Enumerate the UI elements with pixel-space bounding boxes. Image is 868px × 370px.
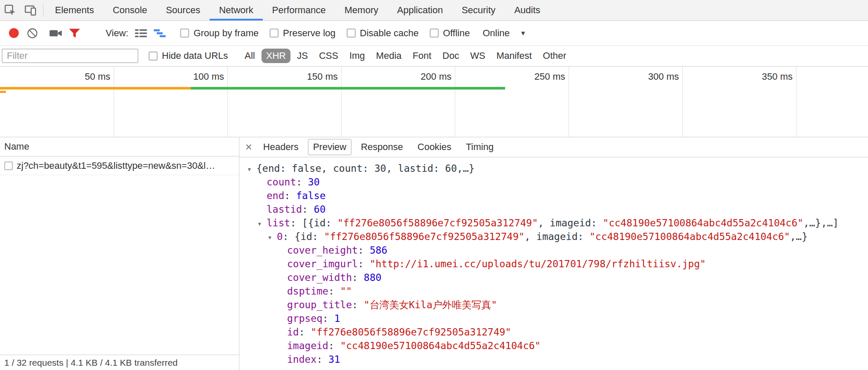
filter-type-manifest[interactable]: Manifest [491,49,536,63]
token-plain: : [328,340,340,351]
filter-type-img[interactable]: Img [345,49,370,63]
overview-toggle[interactable] [150,24,169,43]
tree-row[interactable]: grpseq: 1 [239,312,868,325]
device-toolbar-button[interactable] [20,0,41,20]
token-str: "" [340,286,352,297]
checkbox-group-by-frame[interactable]: Group by frame [180,28,259,39]
tree-row[interactable]: cover_height: 586 [239,243,868,257]
tree-row[interactable]: ▾list: [{id: "ff276e8056f58896e7cf92505a… [239,216,868,230]
detail-tab-cookies[interactable]: Cookies [412,139,456,155]
resource-type-filters: AllXHRJSCSSImgMediaFontDocWSManifestOthe… [239,49,572,63]
token-plain: : [322,313,334,324]
request-name: zj?ch=beauty&t1=595&listtype=new&sn=30&l… [17,160,215,171]
tab-security[interactable]: Security [452,0,505,20]
tab-network[interactable]: Network [210,0,263,20]
token-key: cover_imgurl [287,258,358,269]
token-num: 1 [334,313,340,324]
expand-arrow-icon[interactable]: ▾ [247,162,256,176]
token-str: "cc48190e57100864abc4d55a2c4104c6" [589,231,790,242]
timeline-overview[interactable]: 50 ms100 ms150 ms200 ms250 ms300 ms350 m… [0,66,868,137]
token-num: false [296,190,325,201]
network-toolbar: View: Group by framePreserve logDisable … [0,21,868,46]
checkbox-preserve-log[interactable]: Preserve log [270,28,336,39]
token-plain: : [352,299,364,310]
tree-row[interactable]: imageid: "cc48190e57100864abc4d55a2c4104… [239,339,868,353]
expand-arrow-icon[interactable]: ▾ [267,231,277,244]
token-key: cover_width [287,272,352,283]
summary-bar: 1 / 32 requests | 4.1 KB / 4.1 KB transf… [0,355,239,370]
hide-data-urls-checkbox[interactable]: Hide data URLs [149,50,228,61]
timeline-gridline [569,66,569,137]
tab-console[interactable]: Console [103,0,157,20]
request-row[interactable]: zj?ch=beauty&t1=595&listtype=new&sn=30&l… [0,156,239,175]
checkbox-box-icon [430,29,439,38]
filter-type-xhr[interactable]: XHR [262,49,290,63]
tree-row[interactable]: cover_imgurl: "http://i1.umei.cc/uploads… [239,257,868,271]
inspect-element-button[interactable] [0,0,20,20]
tree-row[interactable]: group_title: "台湾美女Kila户外唯美写真" [239,298,868,312]
token-key: lastid [267,204,302,215]
checkbox-label: Disable cache [360,28,419,39]
checkbox-label: Preserve log [283,28,336,39]
filter-type-ws[interactable]: WS [466,49,490,63]
token-key: group_title [287,299,352,310]
detail-tab-timing[interactable]: Timing [461,139,499,155]
tab-application[interactable]: Application [388,0,452,20]
large-rows-toggle[interactable] [132,24,150,43]
token-str: "http://i1.umei.cc/uploads/tu/201701/798… [370,258,706,269]
tab-elements[interactable]: Elements [46,0,103,20]
checkbox-box-icon [270,29,279,38]
timeline-label: 200 ms [421,66,451,87]
name-header-label: Name [4,141,29,152]
filter-type-doc[interactable]: Doc [438,49,464,63]
filter-type-media[interactable]: Media [371,49,406,63]
detail-tab-headers[interactable]: Headers [258,139,304,155]
name-column-header[interactable]: Name [0,137,239,156]
token-plain: ,…},…] [803,217,839,228]
devtools-window: ElementsConsoleSourcesNetworkPerformance… [0,0,868,370]
tree-row[interactable]: cover_width: 880 [239,271,868,284]
close-detail-button[interactable]: × [245,142,256,153]
record-button[interactable] [4,24,23,43]
screenshot-button[interactable] [46,24,65,43]
token-plain: : [352,272,364,283]
checkbox-box-icon [149,52,158,61]
checkbox-box-icon [347,29,356,38]
tab-performance[interactable]: Performance [263,0,335,20]
filter-type-font[interactable]: Font [408,49,436,63]
detail-tab-preview[interactable]: Preview [308,139,351,155]
tree-row[interactable]: ▾{end: false, count: 30, lastid: 60,…} [239,162,868,175]
filter-toggle-button[interactable] [65,24,84,43]
filter-type-other[interactable]: Other [538,49,571,63]
tree-row[interactable]: dsptime: "" [239,284,868,298]
tab-audits[interactable]: Audits [505,0,549,20]
token-plain: , imageid: [525,231,589,242]
token-plain: {end: false, count: 30, lastid: 60,…} [256,163,474,174]
timeline-label: 350 ms [762,66,793,87]
main-split: Name zj?ch=beauty&t1=595&listtype=new&sn… [0,137,868,370]
record-icon [9,28,19,38]
tree-row[interactable]: index: 31 [239,353,868,366]
throttling-select[interactable]: Online ▼ [483,28,526,39]
detail-tab-response[interactable]: Response [356,139,408,155]
tree-row[interactable]: count: 30 [239,175,868,189]
expand-arrow-icon[interactable]: ▾ [257,217,267,231]
filter-type-css[interactable]: CSS [314,49,343,63]
clear-button[interactable] [23,24,42,43]
hide-data-urls-label: Hide data URLs [162,50,228,61]
requests-panel: Name zj?ch=beauty&t1=595&listtype=new&sn… [0,137,239,370]
filter-input[interactable] [2,49,138,63]
tree-row[interactable]: lastid: 60 [239,202,868,216]
timeline-gridline [682,66,683,137]
checkbox-offline[interactable]: Offline [430,28,470,39]
tree-row[interactable]: id: "ff276e8056f58896e7cf92505a312749" [239,325,868,339]
filter-type-all[interactable]: All [240,49,259,63]
tab-sources[interactable]: Sources [156,0,210,20]
filter-type-js[interactable]: JS [292,49,313,63]
tab-memory[interactable]: Memory [335,0,388,20]
tree-row[interactable]: ▾0: {id: "ff276e8056f58896e7cf92505a3127… [239,230,868,243]
checkbox-disable-cache[interactable]: Disable cache [347,28,419,39]
checkbox-box-icon [180,29,189,38]
tree-row[interactable]: end: false [239,189,868,202]
token-num: 30 [308,176,320,188]
